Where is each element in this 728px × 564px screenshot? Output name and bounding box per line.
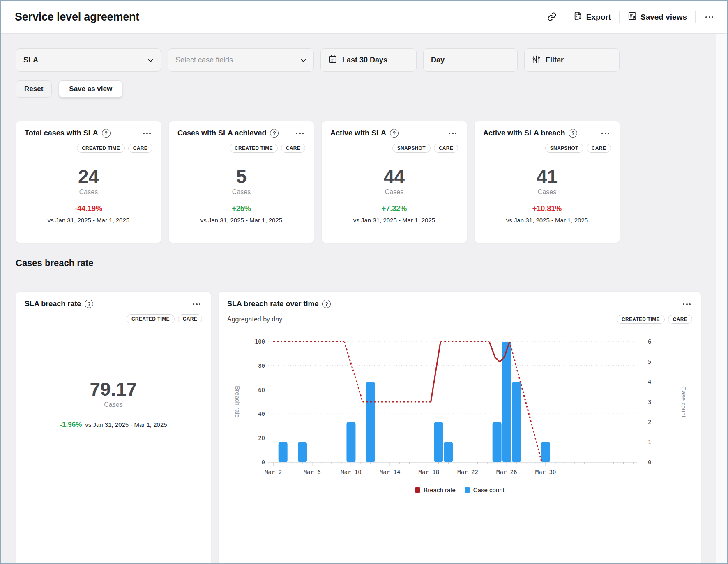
save-as-view-button[interactable]: Save as view [59,80,122,98]
badge-care: CARE [128,144,152,153]
badge-care: CARE [587,144,611,153]
card-title: Total cases with SLA [25,129,98,138]
share-link-button[interactable] [547,12,557,23]
badge-created-time: CREATED TIME [617,315,665,324]
header-divider [619,11,620,23]
case-fields-dropdown[interactable]: Select case fields [168,48,314,72]
svg-text:2: 2 [648,419,651,425]
svg-text:100: 100 [255,338,265,345]
metric-dropdown[interactable]: SLA [16,48,161,72]
kpi-delta: +25% [177,204,305,213]
chart-legend: Breach rate Case count [227,486,692,493]
svg-text:Mar 30: Mar 30 [535,469,556,475]
kpi-unit: Cases [177,188,305,196]
badge-snapshot: SNAPSHOT [545,144,583,153]
card-title: SLA breach rate [25,300,81,308]
kpi-card-active-with-sla: Active with SLA ? SNAPSHOT CARE 44 Cases… [321,121,467,243]
chevron-down-icon [301,56,306,64]
sla-breach-rate-over-time-card: SLA breach rate over time ? Aggregated b… [218,291,701,564]
svg-text:Mar 10: Mar 10 [341,469,362,475]
kpi-delta: -44.19% [25,204,152,213]
badge-care: CARE [434,144,458,153]
svg-text:0: 0 [262,459,265,465]
kpi-unit: Cases [483,188,611,196]
help-icon[interactable]: ? [102,129,111,138]
svg-text:4: 4 [648,378,651,385]
sla-breach-rate-card: SLA breach rate ? CREATED TIME CARE 79.1… [16,291,211,564]
breach-rate-value: 79.17 [25,379,202,400]
reset-button[interactable]: Reset [16,80,52,98]
vertical-scrollbar[interactable] [716,34,727,563]
badge-care: CARE [178,314,202,323]
filter-actions: Reset Save as view [16,80,701,98]
chart-subtitle: Aggregated by day [227,316,282,323]
svg-text:20: 20 [258,435,265,441]
app-window: Service level agreement [0,0,728,564]
card-more-menu[interactable] [600,131,611,136]
dashboard-content: SLA Select case fields [1,34,716,563]
svg-text:5: 5 [648,358,651,365]
kpi-unit: Cases [330,188,458,196]
svg-text:80: 80 [258,362,265,369]
breach-rate-delta: -1.96% [60,421,82,429]
legend-item-breach-rate[interactable]: Breach rate [415,486,456,493]
card-title: SLA breach rate over time [227,300,318,308]
help-icon[interactable]: ? [270,129,279,138]
kpi-card-row: Total cases with SLA ? CREATED TIME CARE… [16,121,701,243]
svg-text:Mar 22: Mar 22 [457,469,478,475]
kpi-unit: Cases [25,188,152,196]
legend-swatch-breach-rate [415,487,420,493]
svg-text:Mar 26: Mar 26 [496,469,517,475]
export-icon [574,11,583,23]
sliders-icon [532,55,541,66]
card-more-menu[interactable] [447,131,458,136]
saved-views-button[interactable]: Saved views [628,11,687,23]
header-divider [565,11,565,23]
help-icon[interactable]: ? [390,129,399,138]
saved-views-icon [628,11,637,23]
kpi-card-active-with-sla-breach: Active with SLA breach ? SNAPSHOT CARE 4… [474,121,620,243]
svg-text:Mar 2: Mar 2 [265,469,282,475]
filter-button[interactable]: Filter [524,48,620,72]
page-title: Service level agreement [15,11,139,23]
kpi-value: 24 [25,166,152,187]
kpi-comparison: vs Jan 31, 2025 - Mar 1, 2025 [330,217,458,224]
svg-text:6: 6 [648,338,651,345]
badge-created-time: CREATED TIME [230,144,278,153]
kpi-comparison: vs Jan 31, 2025 - Mar 1, 2025 [25,217,152,224]
legend-swatch-case-count [465,487,470,493]
card-more-menu[interactable] [191,302,202,307]
badge-care: CARE [668,315,692,324]
page-header: Service level agreement [1,1,727,34]
link-icon [547,12,557,23]
help-icon[interactable]: ? [322,300,331,308]
card-title: Active with SLA breach [483,129,565,138]
badge-created-time: CREATED TIME [77,144,125,153]
help-icon[interactable]: ? [569,129,577,138]
filter-bar: SLA Select case fields [16,48,701,72]
card-more-menu[interactable] [141,131,152,136]
svg-text:Case count: Case count [680,386,687,418]
chevron-down-icon [148,56,153,64]
kpi-comparison: vs Jan 31, 2025 - Mar 1, 2025 [177,217,305,224]
svg-text:Breach rate: Breach rate [234,386,241,418]
svg-text:40: 40 [258,410,265,417]
svg-text:Mar 14: Mar 14 [380,469,401,475]
breach-rate-comparison: vs Jan 31, 2025 - Mar 1, 2025 [85,421,167,428]
export-button[interactable]: Export [574,11,611,23]
kpi-comparison: vs Jan 31, 2025 - Mar 1, 2025 [483,217,611,224]
legend-item-case-count[interactable]: Case count [465,486,505,493]
badge-created-time: CREATED TIME [127,314,175,323]
card-more-menu[interactable] [681,302,692,307]
breach-rate-chart: 020406080100Breach rate0123456Case count… [227,330,692,478]
help-icon[interactable]: ? [85,300,93,308]
header-divider [695,11,696,23]
badge-snapshot: SNAPSHOT [392,144,431,153]
date-range-picker[interactable]: Last 30 Days [320,48,417,72]
header-more-menu[interactable] [704,15,715,20]
svg-text:1: 1 [648,439,651,445]
kpi-value: 41 [483,166,611,187]
kpi-value: 44 [330,166,458,187]
granularity-dropdown[interactable]: Day [423,48,518,72]
card-more-menu[interactable] [294,131,305,136]
